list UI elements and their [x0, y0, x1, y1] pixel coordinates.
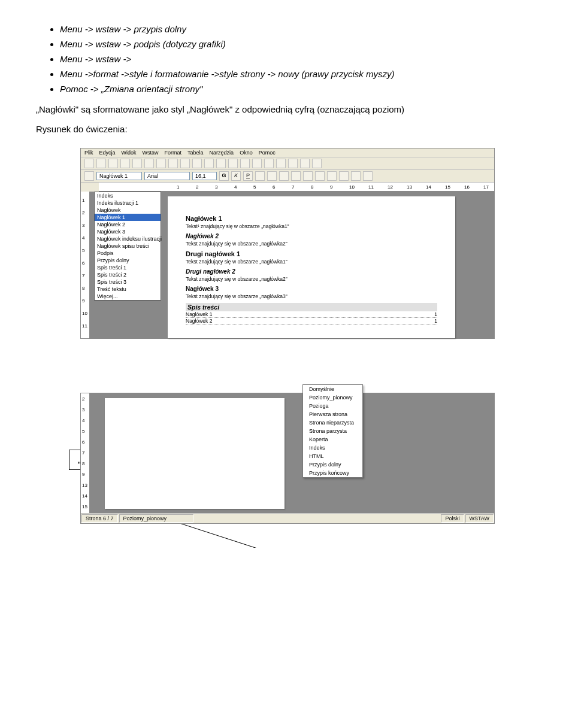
context-menu-item[interactable]: Strona parzysta: [303, 427, 362, 435]
horizontal-ruler: 1234567891011121314151617: [99, 183, 494, 192]
menu-item[interactable]: Wstaw: [143, 150, 159, 156]
page-style-context-menu[interactable]: DomyślniePoziomy_pionowyPoziogaPierwsza …: [302, 384, 363, 478]
style-option[interactable]: Nagłówek 2: [95, 221, 161, 228]
context-menu-item[interactable]: Domyślnie: [303, 385, 362, 393]
toc-label: Nagłówek 1: [186, 311, 212, 317]
ruler-mark: 12: [388, 184, 393, 190]
toolbar-button[interactable]: [84, 171, 94, 181]
menu-item[interactable]: Edycja: [99, 150, 116, 156]
size-combo[interactable]: 16,1: [192, 172, 217, 180]
menu-item[interactable]: Format: [165, 150, 182, 156]
italic-button[interactable]: K: [231, 171, 241, 181]
underline-button[interactable]: P: [243, 171, 253, 181]
style-option[interactable]: Nagłówek spisu treści: [95, 242, 161, 250]
context-menu-item[interactable]: Koperta: [303, 435, 362, 444]
context-menu-item[interactable]: Poziomy_pionowy: [303, 393, 362, 402]
menu-item[interactable]: Plik: [84, 150, 93, 156]
ruler-mark: 2: [196, 184, 198, 190]
style-option[interactable]: Indeks: [95, 192, 161, 199]
formatting-toolbar: Nagłówek 1 Arial 16,1 G K P: [81, 170, 494, 183]
toolbar-button[interactable]: [315, 171, 325, 181]
toolbar-button[interactable]: [216, 159, 226, 168]
bold-button[interactable]: G: [219, 171, 229, 181]
toolbar-button[interactable]: [144, 159, 154, 168]
toolbar-button[interactable]: [120, 159, 130, 168]
instruction-list: Menu -> wstaw -> przypis dolny Menu -> w…: [60, 24, 539, 94]
toolbar-button[interactable]: [276, 159, 286, 168]
toolbar-button[interactable]: [303, 171, 313, 181]
ruler-mark: 10: [349, 184, 355, 190]
toolbar-button[interactable]: [192, 159, 202, 168]
context-menu-item[interactable]: Pozioga: [303, 402, 362, 410]
style-option[interactable]: Nagłówek 3: [95, 228, 161, 235]
toolbar-button[interactable]: [300, 159, 310, 168]
style-option[interactable]: Nagłówek indeksu ilustracji: [95, 235, 161, 242]
toolbar-button[interactable]: [96, 159, 106, 168]
style-option[interactable]: Przypis dolny: [95, 257, 161, 264]
toolbar-button[interactable]: [339, 171, 349, 181]
context-menu-item[interactable]: Indeks: [303, 444, 362, 452]
style-combo[interactable]: Nagłówek 1: [96, 172, 142, 180]
style-option[interactable]: Spis treści 2: [95, 271, 161, 278]
style-option[interactable]: Treść tekstu: [95, 286, 161, 293]
menu-item[interactable]: Widok: [122, 150, 137, 156]
menu-item[interactable]: Pomoc: [259, 150, 276, 156]
style-option[interactable]: Indeks ilustracji 1: [95, 199, 161, 207]
style-option[interactable]: Nagłówek: [95, 207, 161, 214]
style-dropdown-list[interactable]: IndeksIndeks ilustracji 1NagłówekNagłówe…: [94, 192, 161, 301]
style-option[interactable]: Spis treści 1: [95, 264, 161, 271]
ruler-mark: 4: [82, 418, 84, 423]
toolbar-button[interactable]: [180, 159, 190, 168]
toolbar-button[interactable]: [84, 159, 94, 168]
toolbar-button[interactable]: [351, 171, 361, 181]
context-menu-item[interactable]: HTML: [303, 452, 362, 460]
toolbar-button[interactable]: [168, 159, 178, 168]
ruler-mark: 1: [177, 184, 179, 190]
document-page[interactable]: Nagłówek 1 Tekst¹ znajdujący się w obsza…: [168, 196, 455, 338]
ruler-mark: 2: [82, 210, 84, 216]
document-page[interactable]: [105, 398, 285, 509]
standard-toolbar: [81, 157, 494, 170]
toolbar-button[interactable]: [255, 171, 265, 181]
vertical-ruler: 23456789131415: [81, 393, 90, 513]
toolbar-button[interactable]: [267, 171, 277, 181]
toolbar-button[interactable]: [228, 159, 238, 168]
toolbar-button[interactable]: [327, 171, 337, 181]
menu-item[interactable]: Okno: [240, 150, 253, 156]
toolbar-button[interactable]: [132, 159, 142, 168]
context-menu-item[interactable]: Pierwsza strona: [303, 410, 362, 418]
screenshot-writer-styles: Plik Edycja Widok Wstaw Format Tabela Na…: [80, 148, 495, 339]
context-menu-item[interactable]: Przypis końcowy: [303, 469, 362, 477]
toolbar-button[interactable]: [156, 159, 166, 168]
ruler-mark: 6: [82, 439, 84, 445]
toc-page: 1: [434, 311, 437, 317]
ruler-mark: 15: [445, 184, 450, 190]
toolbar-button[interactable]: [252, 159, 262, 168]
context-menu-item[interactable]: Przypis dolny: [303, 460, 362, 469]
style-option[interactable]: Nagłówek 1: [95, 214, 161, 221]
font-combo[interactable]: Arial: [144, 172, 190, 180]
toolbar-button[interactable]: [288, 159, 298, 168]
status-language[interactable]: Polski: [441, 514, 464, 523]
doc-text: Tekst znajdujący się w obszarze „nagłówk…: [186, 259, 437, 265]
menu-item[interactable]: Narzędzia: [210, 150, 234, 156]
toolbar-button[interactable]: [108, 159, 118, 168]
toolbar-button[interactable]: [291, 171, 301, 181]
style-option[interactable]: Podpis: [95, 250, 161, 257]
context-menu-item[interactable]: Strona nieparzysta: [303, 418, 362, 427]
toolbar-button[interactable]: [279, 171, 289, 181]
status-insert-mode[interactable]: WSTAW: [465, 514, 494, 523]
toolbar-button[interactable]: [312, 159, 322, 168]
toc-page: 1: [434, 318, 437, 324]
status-page-style[interactable]: Poziomy_pionowy: [119, 514, 193, 523]
ruler-mark: 14: [82, 493, 87, 499]
toolbar-button[interactable]: [264, 159, 274, 168]
ruler-mark: 14: [426, 184, 431, 190]
toolbar-button[interactable]: [204, 159, 214, 168]
style-option[interactable]: Więcej...: [95, 293, 161, 300]
style-option[interactable]: Spis treści 3: [95, 278, 161, 286]
toolbar-button[interactable]: [240, 159, 250, 168]
status-page[interactable]: Strona 6 / 7: [81, 514, 118, 523]
toolbar-button[interactable]: [363, 171, 373, 181]
menu-item[interactable]: Tabela: [187, 150, 204, 156]
